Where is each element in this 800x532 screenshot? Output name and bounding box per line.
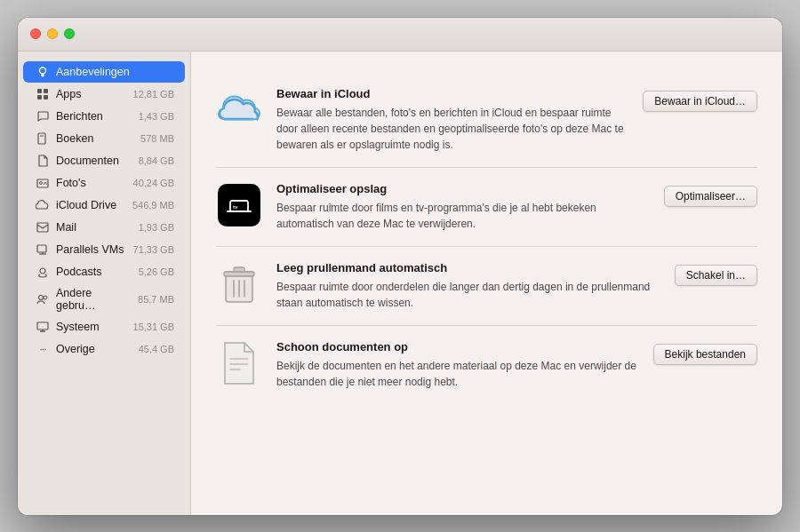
svg-point-16 (39, 295, 44, 299)
sidebar-item-fotos[interactable]: Foto's40,24 GB (23, 172, 185, 194)
documenten-action: Bekijk bestanden (653, 340, 757, 365)
sidebar-label-andere-gebru: Andere gebru… (56, 287, 132, 312)
recommendation-documenten: Schoon documenten opBekijk de documenten… (216, 326, 757, 404)
overige-icon: ··· (36, 342, 50, 356)
sidebar-item-aanbevelingen[interactable]: Aanbevelingen (23, 61, 185, 83)
optimaliseer-description: Bespaar ruimte door films en tv-programm… (276, 200, 650, 232)
recommendation-prullenmand: Leeg prullenmand automatischBespaar ruim… (216, 247, 757, 326)
prullenmand-title: Leeg prullenmand automatisch (276, 261, 660, 274)
svg-rect-5 (37, 95, 42, 99)
documenten-button[interactable]: Bekijk bestanden (653, 344, 757, 365)
icloud-icon (216, 87, 262, 133)
prullenmand-button[interactable]: Schakel in… (675, 265, 757, 286)
traffic-lights (30, 28, 75, 39)
sidebar: AanbevelingenApps12,81 GBBerichten1,43 G… (18, 52, 191, 515)
svg-rect-11 (37, 223, 48, 232)
svg-rect-3 (37, 89, 42, 93)
documenten-body: Schoon documenten opBekijk de documenten… (276, 340, 639, 390)
svg-rect-12 (37, 245, 46, 252)
svg-point-15 (40, 268, 45, 274)
content-area: AanbevelingenApps12,81 GBBerichten1,43 G… (18, 52, 782, 515)
icloud-drive-icon (36, 198, 50, 212)
optimaliseer-action: Optimaliseer… (664, 182, 757, 207)
boeken-icon (36, 131, 50, 146)
apps-icon (36, 87, 50, 101)
sidebar-label-fotos: Foto's (56, 177, 127, 189)
parallels-icon (36, 242, 50, 257)
sidebar-item-berichten[interactable]: Berichten1,43 GB (23, 106, 185, 127)
sidebar-item-documenten[interactable]: Documenten8,84 GB (23, 150, 185, 171)
sidebar-size-overige: 45,4 GB (139, 344, 174, 354)
svg-text:tv: tv (233, 204, 238, 210)
sidebar-size-fotos: 40,24 GB (133, 178, 174, 188)
sidebar-size-berichten: 1,43 GB (139, 111, 174, 122)
sidebar-size-podcasts: 5,26 GB (139, 266, 174, 277)
sidebar-item-systeem[interactable]: Systeem15,31 GB (23, 316, 185, 337)
documenten-title: Schoon documenten op (276, 340, 639, 353)
svg-point-17 (44, 296, 47, 299)
sidebar-item-boeken[interactable]: Boeken578 MB (23, 128, 185, 149)
icloud-button[interactable]: Bewaar in iCloud… (643, 91, 757, 112)
sidebar-size-boeken: 578 MB (140, 133, 174, 144)
svg-rect-7 (38, 133, 45, 144)
aanbevelingen-icon (36, 65, 50, 79)
sidebar-label-podcasts: Podcasts (56, 266, 132, 278)
sidebar-size-apps: 12,81 GB (133, 89, 174, 99)
svg-rect-18 (37, 322, 48, 330)
main-content: Bewaar in iCloudBewaar alle bestanden, f… (191, 52, 782, 515)
sidebar-item-andere-gebru[interactable]: Andere gebru…85,7 MB (23, 283, 185, 315)
sidebar-label-documenten: Documenten (56, 155, 132, 167)
sidebar-label-aanbevelingen: Aanbevelingen (56, 66, 174, 78)
sidebar-item-icloud-drive[interactable]: iCloud Drive546,9 MB (23, 195, 185, 216)
sidebar-size-systeem: 15,31 GB (133, 322, 174, 332)
main-window: AanbevelingenApps12,81 GBBerichten1,43 G… (18, 18, 782, 515)
recommendation-icloud: Bewaar in iCloudBewaar alle bestanden, f… (216, 73, 757, 168)
documenten-icon (216, 340, 262, 386)
sidebar-label-overige: Overige (56, 343, 132, 355)
optimaliseer-button[interactable]: Optimaliseer… (664, 186, 757, 207)
sidebar-item-podcasts[interactable]: Podcasts5,26 GB (23, 261, 185, 282)
sidebar-label-apps: Apps (56, 88, 127, 100)
sidebar-size-mail: 1,93 GB (139, 222, 174, 233)
optimaliseer-icon: tv (216, 182, 262, 228)
documenten-icon (36, 154, 50, 168)
prullenmand-icon (216, 261, 262, 307)
svg-rect-25 (224, 272, 254, 276)
appletv-icon: tv (218, 184, 260, 226)
sidebar-size-parallels: 71,33 GB (133, 244, 174, 255)
minimize-button[interactable] (47, 28, 58, 39)
podcasts-icon (36, 265, 50, 279)
icloud-action: Bewaar in iCloud… (643, 87, 757, 112)
svg-point-10 (40, 181, 43, 184)
prullenmand-action: Schakel in… (675, 261, 757, 286)
documenten-description: Bekijk de documenten en het andere mater… (276, 358, 639, 390)
titlebar (18, 18, 782, 52)
svg-point-0 (40, 67, 46, 74)
berichten-icon (36, 109, 50, 123)
sidebar-size-andere-gebru: 85,7 MB (138, 294, 174, 305)
prullenmand-body: Leeg prullenmand automatischBespaar ruim… (276, 261, 660, 311)
andere-gebru-icon (36, 292, 50, 306)
mail-icon (36, 220, 50, 234)
fotos-icon (36, 176, 50, 190)
optimaliseer-body: Optimaliseer opslagBespaar ruimte door f… (276, 182, 650, 232)
sidebar-label-mail: Mail (56, 221, 132, 234)
prullenmand-description: Bespaar ruimte door onderdelen die lange… (276, 279, 660, 311)
sidebar-item-overige[interactable]: ···Overige45,4 GB (23, 338, 185, 360)
icloud-title: Bewaar in iCloud (276, 87, 628, 100)
sidebar-label-parallels: Parallels VMs (56, 243, 127, 256)
sidebar-label-berichten: Berichten (56, 110, 132, 123)
maximize-button[interactable] (64, 28, 75, 39)
svg-rect-4 (44, 89, 48, 93)
icloud-body: Bewaar in iCloudBewaar alle bestanden, f… (276, 87, 628, 153)
sidebar-item-parallels[interactable]: Parallels VMs71,33 GB (23, 239, 185, 260)
sidebar-size-icloud-drive: 546,9 MB (132, 200, 174, 210)
optimaliseer-title: Optimaliseer opslag (276, 182, 650, 195)
systeem-icon (36, 320, 50, 334)
sidebar-label-boeken: Boeken (56, 132, 134, 145)
recommendation-optimaliseer: tv Optimaliseer opslagBespaar ruimte doo… (216, 168, 757, 247)
sidebar-label-icloud-drive: iCloud Drive (56, 199, 126, 211)
sidebar-item-apps[interactable]: Apps12,81 GB (23, 83, 185, 105)
sidebar-item-mail[interactable]: Mail1,93 GB (23, 217, 185, 238)
close-button[interactable] (30, 28, 41, 39)
